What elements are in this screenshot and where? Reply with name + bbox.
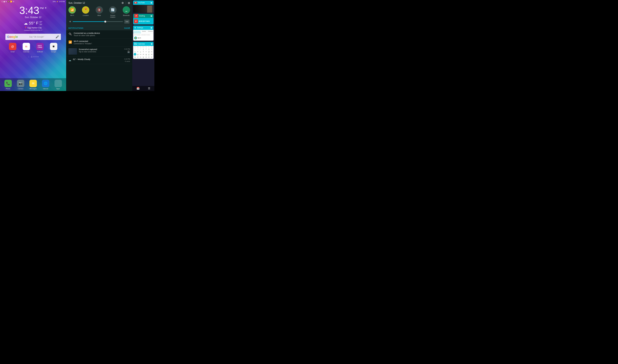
cal-cell-14: 14 (139, 53, 142, 56)
cal-cell-9: 9 (145, 50, 147, 53)
weather-time: 3:19 PM (124, 58, 130, 60)
notif-usb-body: Touch for other USB options. (74, 35, 130, 37)
bluetooth-toggle-icon: ⎯ (125, 8, 127, 12)
tab-controls[interactable]: Controls (147, 30, 154, 33)
page-dot-3 (36, 56, 36, 57)
notification-header: Sun, October 12 ⚙ ⊞ 📶 Wi-Fi 📍 Location (66, 0, 132, 26)
settings-close-button[interactable]: ▣ (150, 27, 152, 29)
brightness-auto-label: Auto (126, 21, 128, 22)
toggle-rotation[interactable]: 🔄 Screen rotation (109, 6, 117, 18)
notif-wifi-body: Connected to "Amadeo". (74, 43, 130, 45)
quick-panel-grid-icon[interactable]: ⊞ (128, 1, 130, 5)
notification-header-top: Sun, October 12 ⚙ ⊞ (68, 1, 130, 5)
recent-youtube-card[interactable]: YouTube ▣ (133, 0, 154, 13)
google-search-bar[interactable]: Google Say "Ok Google" 🎤 (5, 34, 61, 40)
toggle-wifi[interactable]: 📶 Wi-Fi (68, 6, 76, 18)
briefing-text: BRIEFING (139, 20, 150, 22)
home-screen: ⬡ ▣ N 🔇 📶 ⊘ 24% ⚡ 3:43 PM 3:43 PM ☀ Sun,… (0, 0, 66, 91)
google-icon: 🅶 (50, 43, 57, 50)
brightness-thumb (104, 21, 106, 23)
toggle-location[interactable]: 📍 Location (82, 6, 89, 18)
notif-usb-content: Connected as a media device Touch for ot… (74, 32, 130, 37)
screenshot-thumb (68, 48, 77, 55)
briefing-icon: F (134, 14, 138, 18)
calendar-close-button[interactable]: ▣ (151, 43, 153, 45)
recents-calendar-button[interactable]: 📅 (136, 87, 140, 90)
day-sun: Sun (134, 46, 136, 47)
apps-label: Apps (56, 88, 60, 90)
usb-icon: ⬡ (1, 0, 3, 2)
app-google[interactable]: 🅶 Google (49, 43, 58, 52)
app-softcard[interactable]: SOFTCARD Softcard (35, 43, 45, 52)
briefing-close-button[interactable]: ▣ (150, 15, 152, 17)
softcard-label: Softcard (37, 51, 43, 52)
dock-apps[interactable]: Apps (53, 80, 63, 90)
clear-notifications-button[interactable]: CLEAR (124, 27, 130, 29)
home-dot-icon[interactable]: ⌂ (31, 55, 32, 58)
cal-cell-2: 2 (145, 48, 147, 50)
google-label: Google (51, 51, 56, 52)
cal-week-4: 19 20 21 22 23 24 25 (134, 56, 153, 58)
notif-wifi[interactable]: 📶 Wi-Fi connected Connected to "Amadeo". (66, 39, 132, 47)
settings-tabs: Connections Device Controls (133, 30, 154, 33)
dock-messages[interactable]: ✉ Messages (28, 80, 38, 90)
settings-title: Settings (137, 27, 149, 29)
cal-week-1: 28 29 30 1 2 3 4 (134, 48, 153, 50)
notif-screenshot[interactable]: Screenshot captured Tap to view screensh… (66, 47, 132, 56)
phone-label: Phone (6, 88, 10, 90)
toggle-bluetooth[interactable]: ⎯ Bluetooth (123, 6, 130, 18)
home-app-grid: @ Email 31 Calendar SOFTCARD Softcard 🅶 (8, 43, 58, 52)
tab-connections[interactable]: Connections (133, 30, 141, 33)
cal-cell-3: 3 (148, 48, 150, 50)
notif-weather-content: 61° - Mostly Cloudy (73, 58, 122, 60)
page-dot-4 (38, 56, 39, 57)
cal-cell-6: 6 (137, 50, 139, 53)
cal-cell-20: 20 (137, 56, 139, 58)
dock-phone[interactable]: 📞 Phone (3, 80, 13, 90)
status-left-icons: ⬡ ▣ N 🔇 📶 ⊘ (1, 0, 14, 2)
notif-weather[interactable]: ☁ 61° - Mostly Cloudy 3:19 PM 6 cards (66, 56, 132, 64)
cal-cell-19: 19 (134, 56, 136, 58)
cal-cell-29: 29 (137, 48, 139, 50)
notif-usb[interactable]: 🔌 Connected as a media device Touch for … (66, 30, 132, 39)
tab-device[interactable]: Device (141, 30, 147, 33)
notif-screenshot-content: Screenshot captured Tap to view screensh… (79, 48, 122, 53)
recent-briefing-card[interactable]: F Briefing ▣ F BRIEFING (133, 14, 154, 25)
screen-icon: ▣ (3, 0, 5, 2)
cal-cell-22: 22 (142, 56, 145, 58)
network-section-title: NETWORK CONNECTIONS (134, 34, 153, 36)
email-label: Email (11, 51, 15, 52)
softcard-icon: SOFTCARD (36, 43, 44, 50)
brightness-slider-track[interactable] (73, 21, 123, 22)
cal-cell-1: 1 (142, 48, 145, 50)
briefing-card-header: F Briefing ▣ (133, 14, 154, 18)
wifi-toggle-icon: 📶 (70, 8, 74, 12)
recents-panel: YouTube ▣ F Briefing ▣ F BRIEFING ⚙ Sett… (132, 0, 154, 91)
dock-camera[interactable]: 📷 Camera (16, 80, 26, 90)
battery-charge-icon: ⚡ (56, 1, 58, 2)
wifi-settings-row[interactable]: 📶 Wi-Fi (134, 36, 153, 40)
google-logo: Google (7, 35, 18, 39)
youtube-icon (134, 2, 137, 4)
youtube-close-button[interactable]: ▣ (150, 2, 152, 4)
cal-cell-25: 25 (150, 56, 153, 58)
screenshot-time-col: 3:43 PM 💾 (124, 48, 130, 53)
cal-cell-17: 17 (148, 53, 150, 56)
recents-bottom-bar: 📅 ☰ (132, 86, 154, 91)
recent-settings-card[interactable]: ⚙ Settings ▣ Connections Device Controls… (133, 26, 154, 41)
recent-calendar-card[interactable]: 31 Calendar ▣ Sun Mon Tue Wed Thu Fri Sa… (133, 42, 154, 59)
clock-date: Sun, October 12 (25, 16, 41, 19)
dock-internet[interactable]: 🌐 Internet (41, 80, 51, 90)
screenshot-time: 3:43 PM (124, 48, 130, 50)
toggle-mute[interactable]: 🔇 Mute (96, 6, 103, 18)
notification-header-icons: ⚙ ⊞ (121, 1, 130, 5)
app-calendar[interactable]: 31 Calendar (22, 43, 31, 52)
recents-list-button[interactable]: ☰ (148, 87, 150, 90)
notif-weather-title: 61° - Mostly Cloudy (73, 58, 122, 60)
notifications-section-header: NOTIFICATIONS CLEAR (66, 26, 132, 30)
cal-week-2: 5 6 7 8 9 10 11 (134, 50, 153, 53)
google-mic-icon[interactable]: 🎤 (55, 35, 59, 39)
settings-gear-icon[interactable]: ⚙ (121, 1, 124, 5)
app-email[interactable]: @ Email (8, 43, 17, 52)
cal-cell-16: 16 (145, 53, 147, 56)
